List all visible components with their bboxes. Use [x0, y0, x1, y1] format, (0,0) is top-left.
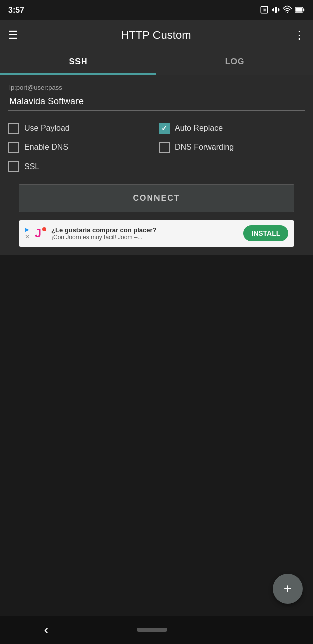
use-payload-label: Use Payload — [24, 124, 70, 133]
tab-ssh[interactable]: SSH — [0, 50, 156, 75]
menu-icon[interactable]: ☰ — [8, 29, 18, 42]
status-time: 3:57 — [8, 6, 24, 15]
status-icons: ⊞ — [260, 5, 305, 16]
use-payload-item: Use Payload — [8, 123, 154, 134]
dns-forwarding-label: DNS Forwarding — [175, 143, 234, 152]
svg-rect-2 — [275, 7, 277, 13]
enable-dns-checkbox[interactable] — [8, 142, 19, 153]
svg-rect-5 — [272, 9, 273, 11]
ad-banner: ▶ ✕ J ¿Le gustaría comprar con placer? ¡… — [19, 220, 295, 247]
home-pill[interactable] — [137, 628, 167, 632]
notification-icon: ⊞ — [260, 5, 269, 16]
content-area: ip:port@user:pass Use Payload Auto Repla… — [0, 75, 313, 255]
ssl-label: SSL — [24, 162, 39, 171]
dns-forwarding-item: DNS Forwarding — [159, 142, 305, 153]
dns-forwarding-checkbox[interactable] — [159, 142, 170, 153]
ad-arrow-icon: ▶ — [25, 227, 29, 232]
checkboxes-grid: Use Payload Auto Replace Enable DNS DNS … — [8, 123, 305, 172]
svg-text:⊞: ⊞ — [263, 8, 266, 12]
auto-replace-item: Auto Replace — [159, 123, 305, 134]
ad-install-button[interactable]: INSTALL — [243, 225, 288, 242]
vibrate-icon — [272, 6, 280, 15]
input-label: ip:port@user:pass — [8, 84, 305, 91]
use-payload-checkbox[interactable] — [8, 123, 19, 134]
svg-rect-10 — [295, 8, 302, 12]
fab-plus-icon: + — [284, 581, 292, 597]
ssh-input[interactable] — [8, 93, 305, 111]
wifi-icon — [283, 5, 292, 16]
ssl-item: SSL — [8, 161, 154, 172]
app-bar: ☰ HTTP Custom ⋮ — [0, 20, 313, 50]
fab-button[interactable]: + — [273, 574, 303, 604]
ssh-input-group: ip:port@user:pass — [8, 84, 305, 111]
svg-rect-6 — [279, 9, 279, 11]
ad-close-icon[interactable]: ✕ — [25, 233, 30, 240]
tab-log[interactable]: LOG — [156, 50, 313, 75]
svg-rect-3 — [273, 8, 274, 11]
ad-text: ¿Le gustaría comprar con placer? ¡Con Jo… — [51, 226, 238, 241]
bottom-nav-bar: ‹ — [0, 616, 313, 644]
tabs: SSH LOG — [0, 50, 313, 75]
connect-button[interactable]: CONNECT — [19, 184, 295, 212]
back-button[interactable]: ‹ — [44, 622, 48, 638]
ad-logo: J — [35, 226, 46, 240]
ad-sub-text: ¡Con Joom es muy fácil! Joom –... — [51, 234, 238, 241]
battery-icon — [295, 6, 305, 15]
auto-replace-label: Auto Replace — [175, 124, 223, 133]
enable-dns-item: Enable DNS — [8, 142, 154, 153]
auto-replace-checkbox[interactable] — [159, 123, 170, 134]
svg-rect-4 — [278, 8, 279, 11]
more-options-icon[interactable]: ⋮ — [294, 29, 305, 42]
ad-close-area: ▶ ✕ — [25, 227, 30, 240]
enable-dns-label: Enable DNS — [24, 143, 68, 152]
app-title: HTTP Custom — [26, 29, 286, 42]
status-bar: 3:57 ⊞ — [0, 0, 313, 20]
ssl-checkbox[interactable] — [8, 161, 19, 172]
svg-point-7 — [287, 12, 288, 13]
ad-main-text: ¿Le gustaría comprar con placer? — [51, 226, 238, 234]
svg-rect-9 — [303, 8, 305, 11]
